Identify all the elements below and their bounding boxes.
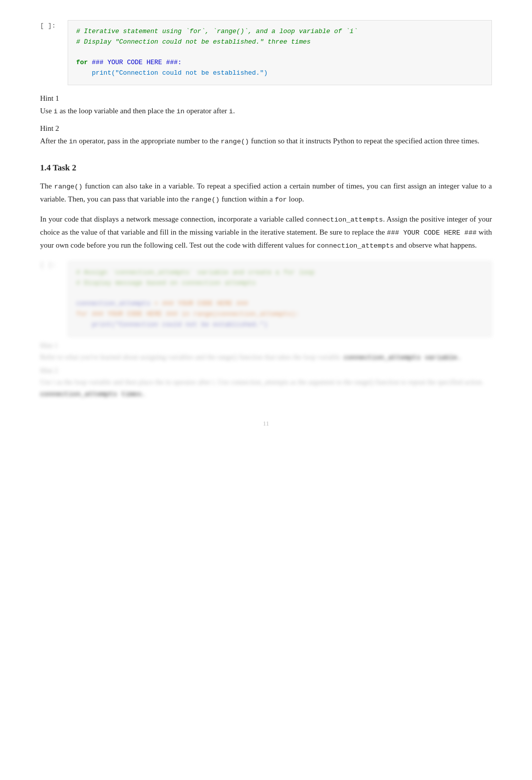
bc-comment1: # Assign `connection_attempts` variable … bbox=[76, 269, 315, 276]
para1-end: function within a bbox=[219, 195, 275, 203]
hint2-text-middle: operator, pass in the appropriate number… bbox=[77, 137, 221, 145]
hint1-code2: in bbox=[176, 108, 184, 115]
hint2-title: Hint 2 bbox=[40, 124, 492, 133]
blurred-hint1-title: Hint 1 bbox=[40, 342, 492, 350]
hint2-code2: range() bbox=[221, 138, 249, 145]
hint1-text-before: Use bbox=[40, 107, 54, 115]
hint2-text: After the in operator, pass in the appro… bbox=[40, 135, 492, 147]
para1-final: loop. bbox=[287, 195, 304, 203]
hint1-text: Use i as the loop variable and then plac… bbox=[40, 105, 492, 117]
blurred-code-block: # Assign `connection_attempts` variable … bbox=[68, 261, 492, 337]
section-para1: The range() function can also take in a … bbox=[40, 180, 492, 206]
hint1-title: Hint 1 bbox=[40, 94, 492, 103]
code-block-1[interactable]: # Iterative statement using `for`, `rang… bbox=[68, 20, 492, 85]
for-keyword: for bbox=[76, 59, 88, 66]
blurred-hint2-title: Hint 2 bbox=[40, 367, 492, 375]
bc-comment2: # Display message based on connection at… bbox=[76, 279, 256, 287]
para2-code2: ### YOUR CODE HERE ### bbox=[387, 229, 476, 237]
hint1-code3: i bbox=[229, 108, 233, 115]
section-para2: In your code that displays a network mes… bbox=[40, 213, 492, 252]
comment-line-2: # Display "Connection could not be estab… bbox=[76, 38, 311, 46]
bc-print: print("Connection could not be establish… bbox=[76, 321, 268, 328]
print-line: print("Connection could not be establish… bbox=[76, 69, 268, 77]
bc-var: connection_attempts bbox=[76, 300, 150, 307]
bc-for: for ### YOUR CODE HERE ### in range(conn… bbox=[76, 310, 299, 318]
para1-code3: for bbox=[275, 196, 287, 204]
cell-label-1: [ ]: bbox=[40, 20, 68, 30]
hint1-text-after: operator after bbox=[184, 107, 229, 115]
para1-before: The bbox=[40, 182, 54, 190]
blurred-cell-2: [ ]: # Assign `connection_attempts` vari… bbox=[40, 261, 492, 337]
for-rest: ### YOUR CODE HERE ###: bbox=[88, 59, 181, 66]
bc-rest: = ### YOUR CODE HERE ### bbox=[150, 300, 248, 307]
blurred-content: [ ]: # Assign `connection_attempts` vari… bbox=[40, 261, 492, 400]
blurred-hint1-text: Refer to what you've learned about assig… bbox=[40, 352, 492, 363]
blurred-hint2-text: Use i as the loop variable and then plac… bbox=[40, 377, 492, 400]
comment-line-1: # Iterative statement using `for`, `rang… bbox=[76, 28, 358, 35]
code-cell-1[interactable]: [ ]: # Iterative statement using `for`, … bbox=[40, 20, 492, 85]
page-number: 11 bbox=[40, 420, 492, 428]
para2-before: In your code that displays a network mes… bbox=[40, 215, 306, 223]
hint1-text-middle: as the loop variable and then place the bbox=[58, 107, 176, 115]
page-content: [ ]: # Iterative statement using `for`, … bbox=[0, 0, 532, 468]
para2-code1: connection_attempts bbox=[306, 216, 383, 224]
para1-code2: range() bbox=[191, 196, 220, 204]
para2-end: and observe what happens. bbox=[394, 241, 476, 249]
hint2-code1: in bbox=[69, 138, 77, 145]
hint2-text-before: After the bbox=[40, 137, 69, 145]
blurred-cell-label: [ ]: bbox=[40, 261, 68, 269]
para1-code1: range() bbox=[54, 183, 83, 190]
hint1-text-end: . bbox=[233, 107, 235, 115]
section-heading: 1.4 Task 2 bbox=[40, 163, 492, 173]
hint2-text-after: function so that it instructs Python to … bbox=[249, 137, 479, 145]
para2-code3: connection_attempts bbox=[317, 242, 394, 250]
hint1-code1: i bbox=[54, 108, 58, 115]
